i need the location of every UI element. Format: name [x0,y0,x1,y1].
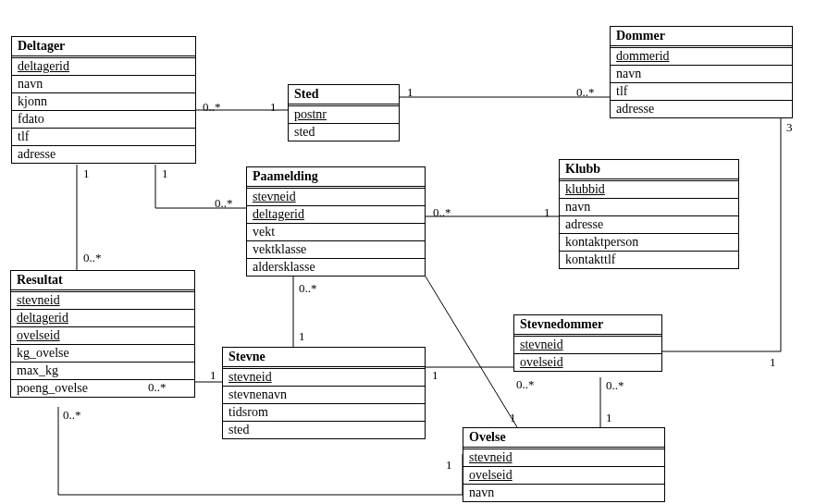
entity-title: Resultat [11,271,194,292]
mult-label: 0..* [606,378,624,393]
entity-title: Paamelding [247,167,425,189]
attr-row: vektklasse [247,240,425,258]
entity-stevne: Stevne stevneid stevnenavn tidsrom sted [222,347,426,439]
entity-klubb: Klubb klubbid navn adresse kontaktperson… [559,159,739,269]
mult-label: 1 [606,411,612,425]
entity-ovelse: Ovelse stevneid ovelseid navn [463,427,665,502]
attr-row: postnr [289,106,399,123]
mult-label: 0..* [516,377,535,392]
attr-row: sted [289,123,399,141]
mult-label: 0..* [215,196,233,211]
attr-row: kjonn [12,92,195,110]
entity-title: Sted [289,85,399,106]
attr-row: navn [463,484,664,501]
attr-row: stevneid [463,449,664,466]
attr-row: adresse [12,145,195,163]
mult-label: 1 [446,458,452,473]
attr-row: navn [560,198,738,215]
attr-row: stevneid [223,369,425,386]
mult-label: 1 [544,205,550,220]
entity-title: Deltager [12,37,195,58]
entity-title: Stevne [223,348,425,369]
attr-row: kontaktperson [560,233,738,251]
attr-row: ovelseid [11,326,194,344]
attr-row: sted [223,421,425,438]
svg-line-5 [426,277,517,427]
entity-stevnedommer: Stevnedommer stevneid ovelseid [513,314,662,372]
mult-label: 0..* [83,251,102,265]
mult-label: 1 [770,355,776,370]
mult-label: 1 [162,166,168,181]
attr-row: tidsrom [223,403,425,421]
attr-row: kontakttlf [560,251,738,268]
attr-row: stevneid [11,292,194,309]
entity-title: Stevnedommer [514,315,661,337]
mult-label: 1 [270,100,277,115]
mult-label: 1 [407,85,414,100]
entity-paamelding: Paamelding stevneid deltagerid vekt vekt… [246,166,426,277]
mult-label: 0..* [203,100,221,115]
er-diagram: { "entities": { "deltager": { "title": "… [0,0,815,504]
mult-label: 0..* [576,85,595,100]
attr-row: deltagerid [12,58,195,75]
entity-sted: Sted postnr sted [288,84,400,141]
attr-row: dommerid [611,48,792,65]
attr-row: ovelseid [463,466,664,484]
mult-label: 1 [299,329,305,344]
attr-row: adresse [611,100,792,117]
attr-row: stevneid [514,337,661,353]
mult-label: 3 [786,120,793,135]
attr-row: deltagerid [247,205,425,223]
mult-label: 0..* [148,380,167,395]
mult-label: 1 [210,368,216,383]
attr-row: navn [611,65,792,82]
mult-label: 1 [432,368,438,383]
mult-label: 1 [83,166,90,181]
attr-row: navn [12,75,195,92]
entity-dommer: Dommer dommerid navn tlf adresse [610,26,793,118]
entity-title: Dommer [611,27,792,48]
attr-row: stevnenavn [223,386,425,403]
mult-label: 0..* [299,281,317,296]
attr-row: tlf [611,82,792,100]
attr-row: max_kg [11,362,194,379]
mult-label: 1 [510,411,516,425]
entity-resultat: Resultat stevneid deltagerid ovelseid kg… [10,270,195,398]
attr-row: klubbid [560,181,738,198]
attr-row: deltagerid [11,309,194,326]
attr-row: stevneid [247,189,425,205]
attr-row: poeng_ovelse [11,379,194,397]
attr-row: aldersklasse [247,258,425,276]
attr-row: fdato [12,110,195,128]
attr-row: ovelseid [514,353,661,371]
attr-row: adresse [560,215,738,233]
mult-label: 0..* [63,408,81,423]
attr-row: tlf [12,128,195,145]
mult-label: 0..* [433,205,451,220]
attr-row: kg_ovelse [11,344,194,362]
entity-title: Ovelse [463,428,664,449]
entity-title: Klubb [560,160,738,181]
attr-row: vekt [247,223,425,240]
entity-deltager: Deltager deltagerid navn kjonn fdato tlf… [11,36,196,164]
